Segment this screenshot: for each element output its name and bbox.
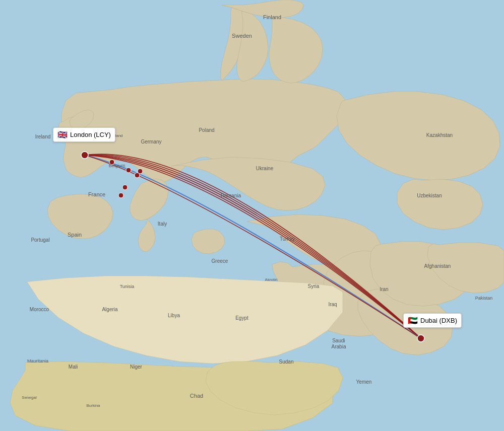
svg-text:Finland: Finland [263,14,281,20]
svg-text:Sweden: Sweden [232,33,252,39]
svg-text:Syria: Syria [308,283,320,289]
svg-text:Egypt: Egypt [235,315,248,321]
svg-text:Uzbekistan: Uzbekistan [417,193,442,198]
dubai-label-text: Dubai (DXB) [420,317,457,324]
uk-flag: 🇬🇧 [57,130,68,139]
svg-text:Morocco: Morocco [30,307,49,312]
svg-text:Ukraine: Ukraine [256,166,274,171]
svg-text:Portugal: Portugal [31,237,49,243]
svg-text:Yemen: Yemen [356,379,372,385]
svg-text:Spain: Spain [68,232,82,238]
svg-point-8 [417,335,424,342]
svg-text:Belgium: Belgium [109,163,125,168]
uae-flag: 🇦🇪 [408,316,418,325]
svg-text:Mauritania: Mauritania [27,358,48,364]
svg-text:Sudan: Sudan [279,359,294,365]
london-label-text: London (LCY) [70,131,111,138]
svg-point-7 [81,152,88,159]
svg-text:Iran: Iran [380,286,388,292]
svg-text:Libya: Libya [168,313,180,318]
map-svg: Finland Sweden Ireland Belgium Germany P… [0,0,504,431]
svg-text:Italy: Italy [158,221,167,227]
svg-text:Tunisia: Tunisia [120,284,135,289]
svg-text:Kazakhstan: Kazakhstan [426,132,453,138]
svg-point-6 [138,169,143,174]
dubai-label: 🇦🇪 Dubai (DXB) [403,313,462,328]
svg-text:Poland: Poland [199,127,214,133]
svg-text:Niger: Niger [130,364,143,370]
svg-text:Turkey: Turkey [280,236,295,242]
svg-text:Arabia: Arabia [332,344,346,349]
svg-text:Chad: Chad [190,393,203,399]
map-container: Finland Sweden Ireland Belgium Germany P… [0,0,504,431]
svg-text:France: France [88,191,105,197]
svg-text:Pakistan: Pakistan [475,296,493,301]
svg-point-5 [118,193,123,198]
svg-text:Romania: Romania [221,193,241,198]
svg-point-2 [126,168,131,173]
svg-text:Germany: Germany [141,139,161,145]
london-label: 🇬🇧 London (LCY) [53,127,115,142]
svg-text:Senegal: Senegal [22,395,37,400]
svg-text:Ireland: Ireland [35,134,51,139]
svg-text:Algeria: Algeria [102,307,118,312]
svg-text:Mali: Mali [69,364,78,370]
svg-text:Akrotiri: Akrotiri [265,277,278,282]
svg-text:Greece: Greece [212,258,228,264]
svg-text:Burkina: Burkina [86,403,100,408]
svg-point-4 [122,185,128,190]
svg-text:Saudi: Saudi [332,338,345,343]
svg-text:Iraq: Iraq [328,302,337,307]
svg-text:Afghanistan: Afghanistan [424,263,451,269]
